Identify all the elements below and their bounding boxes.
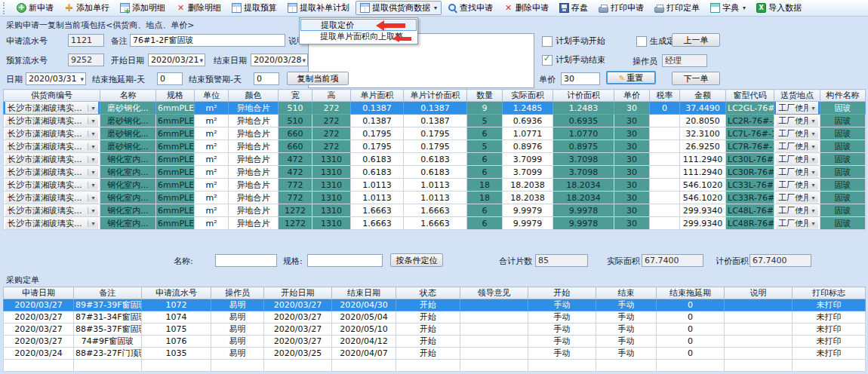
material-row[interactable]: 长沙市潇湘玻璃实...▾ 钢化室内... 6mmPLE... m² 异地合片 7…: [4, 192, 866, 204]
dropdown-arrow-icon[interactable]: ▾: [808, 182, 818, 189]
dictionary-button[interactable]: 字典▾: [706, 1, 750, 15]
delivery-cell[interactable]: 工厂使用▾: [774, 127, 820, 140]
dropdown-arrow-icon[interactable]: ▾: [88, 156, 98, 163]
order-row[interactable]: 2020/03/27 87#31-34F窗固玻 1074 易明 2020/03/…: [4, 311, 866, 323]
dropdown-arrow-icon[interactable]: ▾: [88, 182, 98, 189]
chevron-down-icon: ▾: [434, 5, 437, 11]
reset-button[interactable]: ✎重置: [606, 71, 656, 84]
material-row[interactable]: 长沙市潇湘玻璃实...▾ 磨砂钢化... 6mmPLE... m² 异地合片 5…: [4, 102, 866, 115]
dropdown-arrow-icon[interactable]: ▾: [808, 143, 818, 150]
delete-detail-button[interactable]: 删除明细: [171, 1, 226, 15]
delivery-cell[interactable]: 工厂使用▾: [774, 166, 820, 179]
locate-name-input[interactable]: [215, 254, 277, 267]
end-date-select[interactable]: 2020/03/28: [251, 54, 308, 66]
material-row[interactable]: 长沙市潇湘玻璃实...▾ 钢化室内... 6mmPLE... m² 异地合片 4…: [4, 166, 866, 179]
supplier-cell[interactable]: 长沙市潇湘玻璃实...▾: [4, 166, 100, 179]
price-area-field: 67.7400: [749, 254, 811, 267]
dropdown-arrow-icon[interactable]: ▾: [88, 207, 98, 214]
material-row[interactable]: 长沙市潇湘玻璃实...▾ 磨砂钢化... 6mmPLE... m² 异地合片 6…: [4, 127, 866, 140]
find-request-button[interactable]: 查找申请: [443, 1, 497, 15]
supplier-cell[interactable]: 长沙市潇湘玻璃实...▾: [4, 192, 100, 204]
delivery-value: 工厂使用: [776, 205, 808, 216]
supplier-cell[interactable]: 长沙市潇湘玻璃实...▾: [4, 204, 100, 217]
print-request-button[interactable]: 打印申请: [594, 1, 648, 15]
delay-cell: 0: [657, 323, 725, 336]
sn-label: 申请流水号: [6, 35, 48, 47]
add-detail-button[interactable]: 添加明细: [115, 1, 170, 15]
supplier-cell[interactable]: 长沙市潇湘玻璃实...▾: [4, 217, 100, 230]
dropdown-arrow-icon[interactable]: ▾: [88, 105, 98, 112]
dropdown-arrow-icon[interactable]: ▾: [808, 169, 818, 176]
add-line-button[interactable]: 添加单行: [60, 1, 114, 15]
delivery-cell[interactable]: 工厂使用▾: [774, 140, 820, 153]
supplier-cell[interactable]: 长沙市潇湘玻璃实...▾: [4, 102, 100, 115]
delivery-cell[interactable]: 工厂使用▾: [774, 192, 820, 204]
dropdown-arrow-icon[interactable]: ▾: [88, 118, 98, 124]
extract-supplier-data-button[interactable]: 提取供货商数据▾: [356, 1, 442, 15]
material-row[interactable]: 长沙市潇湘玻璃实...▾ 钢化室内... 6mmPLE... m² 异地合片 1…: [4, 217, 866, 230]
manual-start-checkbox[interactable]: 计划手动开始: [542, 35, 605, 47]
name-cell: 磨砂钢化...: [100, 127, 156, 140]
locate-spec-input[interactable]: [307, 254, 383, 267]
dropdown-arrow-icon[interactable]: ▾: [808, 195, 818, 201]
amount-cell: 26.9250: [680, 140, 726, 153]
copy-current-button[interactable]: 复制当前项: [287, 72, 349, 85]
delay-days-input[interactable]: 0: [157, 72, 183, 85]
delivery-cell[interactable]: 工厂使用▾: [774, 204, 820, 217]
new-request-button[interactable]: 新申请: [12, 1, 58, 15]
delivery-cell[interactable]: 工厂使用▾: [774, 115, 820, 127]
order-row[interactable]: 2020/03/24 88#23-27F门顶玻 1035 易明 2020/03/…: [4, 348, 866, 360]
save-button[interactable]: 存盘: [555, 1, 593, 15]
material-row[interactable]: 长沙市潇湘玻璃实...▾ 磨砂钢化... 6mmPLE... m² 异地合片 5…: [4, 115, 866, 127]
material-row[interactable]: 长沙市潇湘玻璃实...▾ 钢化室内... 6mmPLE... m² 异地合片 7…: [4, 179, 866, 192]
col-header: 操作员: [211, 287, 264, 299]
delete-request-button[interactable]: 删除申请: [499, 1, 553, 15]
remark-input[interactable]: 76#1-2F窗固玻: [130, 34, 285, 47]
dropdown-arrow-icon[interactable]: ▾: [808, 220, 818, 227]
delivery-cell[interactable]: 工厂使用▾: [774, 179, 820, 192]
material-row[interactable]: 长沙市潇湘玻璃实...▾ 磨砂钢化... 6mmPLE... m² 异地合片 6…: [4, 140, 866, 153]
locate-by-condition-button[interactable]: 按条件定位: [390, 253, 443, 267]
import-data-button[interactable]: 导入数据: [752, 1, 806, 15]
col-header: 颜色: [229, 90, 279, 102]
delivery-cell[interactable]: 工厂使用▾: [774, 153, 820, 166]
dropdown-arrow-icon[interactable]: ▾: [88, 143, 98, 150]
delivery-cell[interactable]: 工厂使用▾: [774, 102, 820, 115]
dropdown-arrow-icon[interactable]: ▾: [808, 130, 818, 137]
supplier-cell[interactable]: 长沙市潇湘玻璃实...▾: [4, 127, 100, 140]
order-row[interactable]: 2020/03/27 88#35-37F窗固玻 1075 易明 2020/03/…: [4, 323, 866, 336]
prev-order-button[interactable]: 上一单: [672, 33, 720, 47]
part-name-cell: 固玻: [820, 204, 866, 217]
dropdown-arrow-icon[interactable]: ▾: [808, 118, 818, 124]
dropdown-arrow-icon[interactable]: ▾: [88, 169, 98, 176]
extract-supplement-plan-button[interactable]: 提取补单计划: [283, 1, 354, 15]
start-date-select[interactable]: 2020/03/21: [148, 54, 205, 66]
material-row[interactable]: 长沙市潇湘玻璃实...▾ 钢化室内... 6mmPLE... m² 异地合片 4…: [4, 153, 866, 166]
amount-cell: 20.8050: [680, 115, 726, 127]
supplier-cell[interactable]: 长沙市潇湘玻璃实...▾: [4, 115, 100, 127]
order-row[interactable]: 2020/03/27 89#37-39F窗固玻 1072 易明 2020/03/…: [4, 299, 866, 311]
actual-area-cell: 3.7099: [503, 153, 553, 166]
dropdown-arrow-icon[interactable]: ▾: [808, 156, 818, 163]
unit-price-input[interactable]: 30: [561, 72, 600, 85]
material-row[interactable]: 长沙市潇湘玻璃实...▾ 钢化室内... 6mmPLE... m² 异地合片 1…: [4, 204, 866, 217]
dropdown-arrow-icon[interactable]: ▾: [808, 105, 818, 112]
manual-end-checkbox[interactable]: 计划手动结束: [542, 54, 605, 66]
print-order-button[interactable]: 打印定单: [650, 1, 704, 15]
next-order-button[interactable]: 下一单: [672, 72, 720, 85]
delivery-cell[interactable]: 工厂使用▾: [774, 217, 820, 230]
date-select[interactable]: 2020/03/31: [26, 72, 86, 85]
extract-budget-button[interactable]: 提取预算: [227, 1, 282, 15]
supplier-cell[interactable]: 长沙市潇湘玻璃实...▾: [4, 179, 100, 192]
remark-cell: 88#35-37F窗固玻: [74, 323, 142, 336]
dropdown-arrow-icon[interactable]: ▾: [88, 130, 98, 137]
dropdown-arrow-icon[interactable]: ▾: [88, 220, 98, 227]
supplier-cell[interactable]: 长沙市潇湘玻璃实...▾: [4, 153, 100, 166]
warn-days-input[interactable]: 0: [254, 72, 279, 85]
dropdown-arrow-icon[interactable]: ▾: [808, 207, 818, 214]
piece-area-cell: 0.1795: [351, 127, 404, 140]
supplier-cell[interactable]: 长沙市潇湘玻璃实...▾: [4, 140, 100, 153]
order-row[interactable]: 2020/03/27 74#9F窗固玻 1076 易明 2020/03/27 2…: [4, 336, 866, 348]
dropdown-arrow-icon[interactable]: ▾: [88, 195, 98, 201]
begin-mode-cell: 手动: [528, 323, 596, 336]
